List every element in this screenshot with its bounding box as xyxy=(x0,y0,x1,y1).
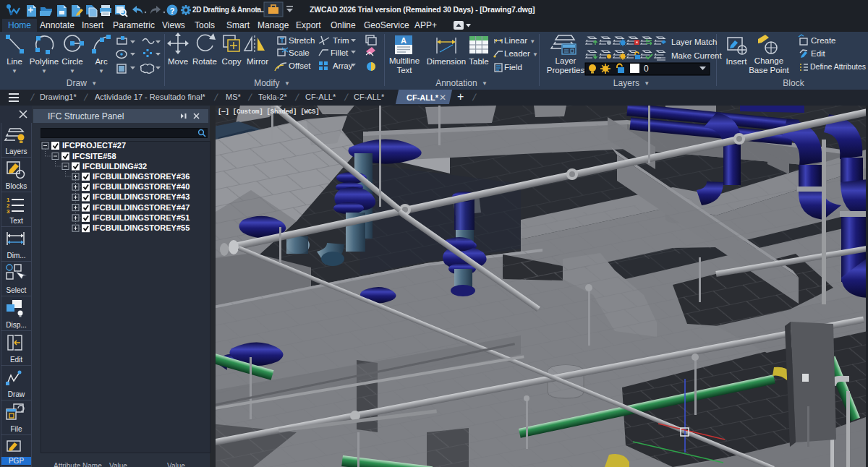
svg-text:0: 0 xyxy=(644,64,649,74)
svg-text:A: A xyxy=(401,36,407,45)
svg-text:?: ? xyxy=(170,7,175,15)
